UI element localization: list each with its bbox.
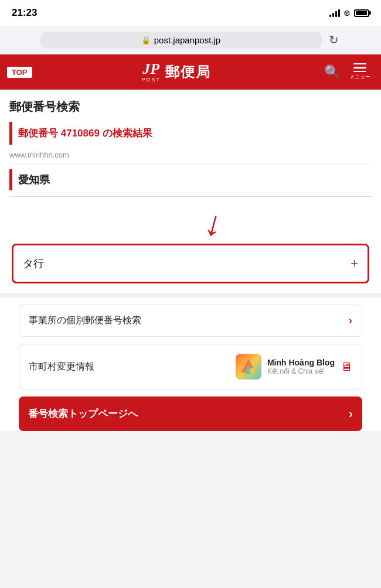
search-button[interactable]: 🔍 xyxy=(321,62,343,82)
blog-info: Minh Hoàng Blog Kết nối & Chia sẻ! xyxy=(267,358,335,375)
top-badge[interactable]: TOP xyxy=(7,67,32,78)
url-text: post.japanpost.jp xyxy=(154,35,220,45)
accordion-item-ta[interactable]: タ行 + xyxy=(13,245,368,282)
jp-post-text: POST xyxy=(141,77,161,83)
battery-icon xyxy=(354,9,369,17)
reload-button[interactable]: ↻ xyxy=(326,30,341,49)
wifi-icon: ⊛ xyxy=(343,8,351,18)
prefecture-section: 愛知県 xyxy=(9,163,372,197)
header-icons: 🔍 メニュー xyxy=(321,61,374,84)
monitor-icon: 🖥 xyxy=(341,360,352,374)
signal-icon xyxy=(329,9,340,17)
search-result-banner: 郵便番号 4710869 の検索結果 xyxy=(9,122,372,145)
hamburger-icon xyxy=(353,63,366,73)
blog-name: Minh Hoàng Blog xyxy=(267,358,335,367)
url-bar[interactable]: 🔒 post.japanpost.jp xyxy=(40,32,322,49)
list-item-business-label: 事業所の個別郵便番号検索 xyxy=(29,314,141,327)
annotation-arrow: ↓ xyxy=(9,197,372,244)
address-bar: 🔒 post.japanpost.jp ↻ xyxy=(0,26,381,54)
search-result-text: 郵便番号 4710869 の検索結果 xyxy=(18,128,152,139)
prefecture-title: 愛知県 xyxy=(9,169,372,190)
logo-area: JP POST 郵便局 xyxy=(141,61,211,83)
blog-thumbnail xyxy=(236,354,261,380)
cta-text: 番号検索トップページへ xyxy=(28,407,138,421)
status-icons: ⊛ xyxy=(329,8,369,18)
page-heading: 郵便番号検索 xyxy=(9,99,372,115)
status-time: 21:23 xyxy=(12,7,37,19)
section-divider xyxy=(0,293,381,298)
chevron-right-icon: › xyxy=(349,314,352,327)
main-content: 郵便番号検索 郵便番号 4710869 の検索結果 www.minhhn.com… xyxy=(0,90,381,431)
list-item-city-change[interactable]: 市町村変更情報 Minh Hoàng Blog Kết nối & Chia s… xyxy=(19,344,362,389)
list-item-right: Minh Hoàng Blog Kết nối & Chia sẻ! 🖥 xyxy=(236,354,352,380)
site-title: 郵便局 xyxy=(165,63,211,81)
expand-icon: + xyxy=(351,256,358,271)
accordion-label: タ行 xyxy=(23,257,44,271)
blog-sub: Kết nối & Chia sẻ! xyxy=(267,367,335,375)
cta-chevron-icon: › xyxy=(349,407,353,421)
cta-button[interactable]: 番号検索トップページへ › xyxy=(19,396,362,431)
menu-label: メニュー xyxy=(349,73,370,81)
red-arrow-icon: ↓ xyxy=(200,201,228,245)
watermark: www.minhhn.com xyxy=(9,147,372,163)
status-bar: 21:23 ⊛ xyxy=(0,0,381,26)
menu-button[interactable]: メニュー xyxy=(346,61,374,84)
list-item-city-label: 市町村変更情報 xyxy=(29,361,94,373)
list-item-business-postal[interactable]: 事業所の個別郵便番号検索 › xyxy=(19,305,362,337)
highlighted-accordion-box[interactable]: タ行 + xyxy=(12,244,369,283)
site-header: TOP JP POST 郵便局 🔍 メニュー xyxy=(0,54,381,90)
jp-logo: JP POST xyxy=(141,61,161,83)
lock-icon: 🔒 xyxy=(141,36,151,45)
svg-point-2 xyxy=(250,368,256,374)
jp-mark: JP xyxy=(142,61,159,77)
list-section: 事業所の個別郵便番号検索 › 市町村変更情報 Minh Hoàng Blog K… xyxy=(9,305,372,431)
